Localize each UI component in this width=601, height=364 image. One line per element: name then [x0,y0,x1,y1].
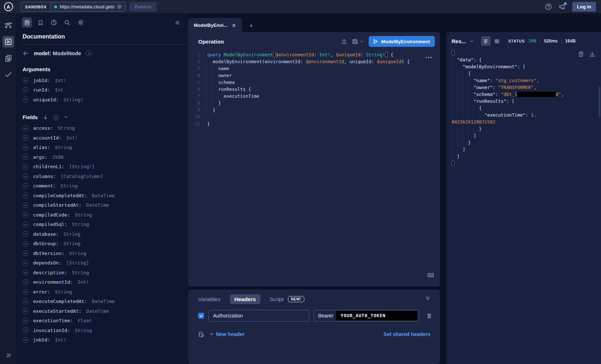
operation-collections-icon[interactable] [3,52,14,64]
field-name[interactable]: executeCompletedAt: [33,299,87,304]
field-name[interactable]: executeStartedAt: [33,308,81,314]
field-type[interactable]: String [55,145,72,150]
field-name[interactable]: error: [33,289,50,295]
operation-tab[interactable]: ModelByEnvi... ✕ [188,18,242,32]
field-type[interactable]: DateTime [86,202,109,208]
field-name[interactable]: dependsOn: [33,260,61,266]
field-name[interactable]: executionTime: [33,318,73,323]
sort-fields-icon[interactable] [43,114,48,120]
add-to-query-icon[interactable]: + [23,135,28,141]
field-type[interactable]: String [69,251,86,256]
field-type[interactable]: DateTime [92,193,115,198]
endpoint-settings-icon[interactable] [117,4,122,9]
field-type[interactable]: Int! [55,78,66,83]
add-to-query-icon[interactable]: + [23,308,28,314]
keyboard-shortcuts-icon[interactable] [427,272,434,279]
add-to-query-icon[interactable]: + [23,202,28,208]
field-item[interactable]: +compiledSql:String [23,220,182,230]
schema-graph-icon[interactable] [3,20,14,31]
field-item[interactable]: +dbtVersion:String [23,248,182,258]
field-item[interactable]: +runId:Int [23,85,182,95]
edit-headers-json-icon[interactable] [198,331,204,337]
code-line[interactable]: 8 } [193,100,440,106]
field-item[interactable]: +accountId:Int! [23,133,182,143]
query-editor[interactable]: 1query ModelByEnvironment($environmentId… [188,51,440,127]
field-item[interactable]: +error:String [23,287,182,297]
code-line[interactable]: 1query ModelByEnvironment($environmentId… [193,51,440,58]
field-item[interactable]: +uniqueId:String! [23,95,182,105]
auth-token-redacted[interactable]: YOUR_AUTH_TOKEN [336,311,417,320]
header-key-input[interactable]: Authorization [208,310,309,321]
field-type[interactable]: String [58,125,75,131]
field-name[interactable]: database: [33,231,59,237]
settings-gear-icon[interactable] [76,17,86,28]
add-to-query-icon[interactable]: + [23,212,28,218]
add-to-query-icon[interactable]: + [23,318,28,324]
add-to-query-icon[interactable]: + [23,231,28,237]
new-tab-icon[interactable]: + [249,22,253,29]
field-item[interactable]: +jobId:Int! [23,335,182,345]
field-type[interactable]: [String!] [69,164,95,169]
back-arrow-icon[interactable] [23,50,29,57]
response-dropdown-chevron-icon[interactable] [469,39,474,44]
fields-options-chevron-icon[interactable] [64,115,68,120]
add-to-query-icon[interactable]: + [23,183,28,189]
announcements-icon[interactable] [558,3,566,11]
field-name[interactable]: invocationId: [33,328,70,333]
endpoint-input[interactable]: https://metadata.cloud.getd [51,2,125,11]
field-type[interactable]: DateTime [86,308,109,314]
field-name[interactable]: dbtGroup: [33,241,59,246]
add-to-query-icon[interactable]: + [23,87,28,93]
field-item[interactable]: +compiledCode:String [23,210,182,220]
delete-header-icon[interactable] [426,313,432,319]
add-all-fields-icon[interactable]: + [86,50,92,56]
share-operation-icon[interactable] [341,39,347,45]
field-item[interactable]: +alias:String [23,143,182,153]
field-name[interactable]: jobId: [33,337,50,343]
field-item[interactable]: +executeCompletedAt:DateTime [23,297,182,307]
field-type[interactable]: String [72,222,89,227]
add-to-query-icon[interactable]: + [23,193,28,198]
add-to-query-icon[interactable]: + [23,154,28,160]
field-name[interactable]: compileStartedAt: [33,202,81,208]
add-to-query-icon[interactable]: + [23,327,28,333]
collapse-docs-icon[interactable] [172,17,183,28]
collapse-panel-icon[interactable] [425,295,430,301]
save-options-chevron-icon[interactable] [360,39,364,44]
endpoint-url[interactable]: https://metadata.cloud.getd [60,4,114,9]
add-to-query-icon[interactable]: + [23,125,28,131]
field-name[interactable]: columns: [33,174,56,179]
history-icon[interactable] [49,17,59,28]
explorer-nav-icon[interactable] [3,36,14,48]
field-type[interactable]: DateTime [92,299,115,304]
code-line[interactable]: 10 [193,113,440,120]
code-line[interactable]: 6 runResults { [193,86,440,93]
field-item[interactable]: +access:String [23,124,182,133]
help-icon[interactable] [545,3,552,10]
run-operation-button[interactable]: ModelByEnvironment [369,36,435,47]
field-item[interactable]: +executeStartedAt:DateTime [23,306,182,316]
field-item[interactable]: +compileCompletedAt:DateTime [23,191,182,201]
field-type[interactable]: String [75,212,92,218]
documentation-tab-icon[interactable] [22,17,32,28]
field-item[interactable]: +childrenL1:[String!] [23,162,182,172]
expand-rail-icon[interactable] [3,349,14,361]
field-type[interactable]: Int! [78,279,89,285]
add-to-query-icon[interactable]: + [23,145,28,150]
header-value-input[interactable]: Bearer YOUR_AUTH_TOKEN [314,310,419,321]
new-header-button[interactable]: + New header [210,331,245,338]
field-name[interactable]: childrenL1: [33,164,64,169]
field-type[interactable]: String! [63,97,83,102]
field-name[interactable]: compiledSql: [33,222,67,227]
field-name[interactable]: runId: [33,87,50,93]
set-shared-headers-link[interactable]: Set shared headers [384,331,430,337]
editor-more-options-icon[interactable]: ••• [425,54,433,60]
add-to-query-icon[interactable]: + [23,173,28,179]
field-item[interactable]: +compileStartedAt:DateTime [23,201,182,210]
response-scrollbar[interactable] [599,86,600,117]
field-item[interactable]: +args:JSON [23,152,182,162]
field-type[interactable]: String [61,183,78,189]
code-line[interactable]: 7 executionTime [193,93,440,100]
download-response-icon[interactable] [589,51,595,57]
saved-operations-icon[interactable] [35,17,45,28]
